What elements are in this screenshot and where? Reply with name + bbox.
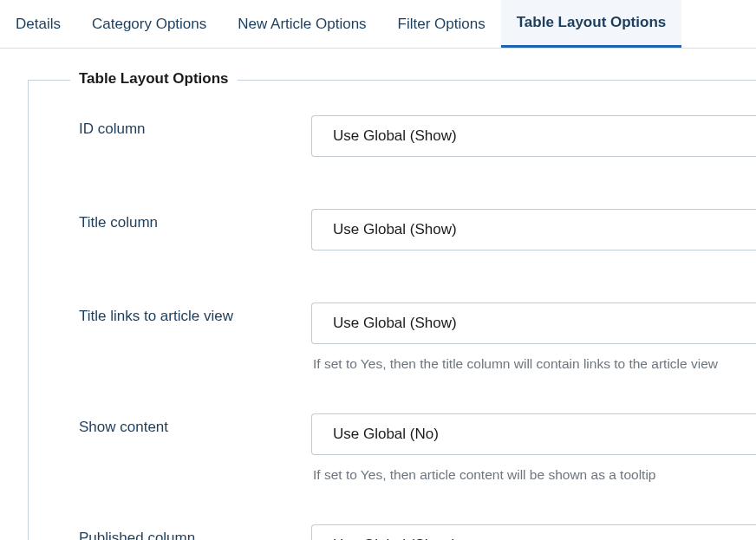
- field-row-title-links: Title links to article view Use Global (…: [79, 303, 756, 372]
- control-id-column: Use Global (Show): [311, 115, 756, 157]
- control-title-links: Use Global (Show) If set to Yes, then th…: [311, 303, 756, 372]
- tab-filter-options[interactable]: Filter Options: [382, 0, 501, 48]
- label-id-column: ID column: [79, 115, 311, 138]
- table-layout-fieldset: Table Layout Options ID column Use Globa…: [28, 80, 756, 540]
- select-show-content[interactable]: Use Global (No): [311, 413, 756, 455]
- tab-content: Table Layout Options ID column Use Globa…: [0, 49, 756, 540]
- tab-details[interactable]: Details: [0, 0, 76, 48]
- control-show-content: Use Global (No) If set to Yes, then arti…: [311, 413, 756, 483]
- tab-table-layout-options[interactable]: Table Layout Options: [501, 0, 682, 48]
- select-id-column[interactable]: Use Global (Show): [311, 115, 756, 157]
- tab-category-options[interactable]: Category Options: [76, 0, 222, 48]
- help-title-links: If set to Yes, then the title column wil…: [311, 356, 756, 372]
- label-show-content: Show content: [79, 413, 311, 436]
- label-published-column: Published column: [79, 524, 311, 540]
- field-row-show-content: Show content Use Global (No) If set to Y…: [79, 413, 756, 483]
- fields-container: ID column Use Global (Show) Title column…: [29, 81, 756, 540]
- fieldset-legend: Table Layout Options: [70, 70, 238, 88]
- control-published-column: Use Global (Show): [311, 524, 756, 540]
- tabs-bar: Details Category Options New Article Opt…: [0, 0, 756, 49]
- label-title-links: Title links to article view: [79, 303, 311, 325]
- help-show-content: If set to Yes, then article content will…: [311, 467, 756, 483]
- control-title-column: Use Global (Show): [311, 209, 756, 250]
- label-title-column: Title column: [79, 209, 311, 231]
- field-row-id-column: ID column Use Global (Show): [79, 115, 756, 157]
- tab-new-article-options[interactable]: New Article Options: [222, 0, 381, 48]
- field-row-published-column: Published column Use Global (Show): [79, 524, 756, 540]
- select-title-links[interactable]: Use Global (Show): [311, 303, 756, 344]
- field-row-title-column: Title column Use Global (Show): [79, 209, 756, 250]
- select-published-column[interactable]: Use Global (Show): [311, 524, 756, 540]
- select-title-column[interactable]: Use Global (Show): [311, 209, 756, 250]
